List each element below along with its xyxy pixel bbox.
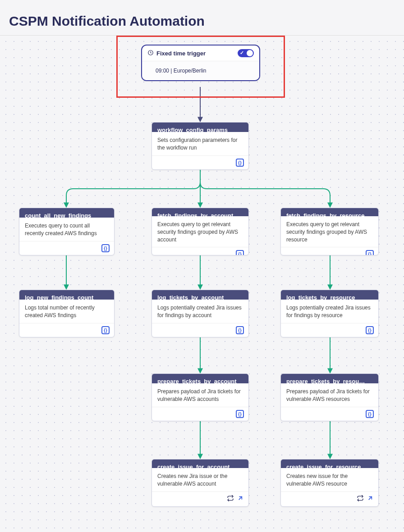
arrow-out-icon (237, 495, 244, 504)
clock-icon (147, 50, 154, 57)
node-desc: Logs potentially created Jira issues for… (281, 300, 378, 323)
node-desc: Sets configuration parameters for the wo… (152, 132, 248, 155)
code-icon: {} (236, 250, 244, 255)
trigger-card[interactable]: Fixed time trigger ✓ 09:00 | Europe/Berl… (141, 45, 260, 81)
node-create-issue-for-resource[interactable]: create_issue_for_resource Creates new is… (280, 459, 379, 507)
node-desc: Logs potentially created Jira issues for… (152, 300, 248, 323)
node-log-tickets-by-resource[interactable]: log_tickets_by_resource Logs potentially… (280, 290, 379, 337)
node-desc: Logs total number of recently created AW… (19, 300, 114, 323)
node-desc: Creates new Jira issue or the vulnerable… (152, 468, 248, 491)
node-title: create_issue_for_resource (281, 459, 378, 468)
node-title: create_issue_for_account (152, 459, 248, 468)
page-title: CSPM Notification Automation (0, 0, 404, 36)
code-icon: {} (366, 326, 374, 334)
node-title: log_tickets_by_resource (281, 290, 378, 300)
node-desc: Executes query to get relevant security … (152, 216, 248, 247)
node-workflow-config-params[interactable]: workflow_config_params Sets configuratio… (152, 122, 249, 170)
node-prepare-tickets-by-resource[interactable]: prepare_tickets_by_resou… Prepares paylo… (280, 373, 379, 421)
node-prepare-tickets-by-account[interactable]: prepare_tickets_by_account Prepares payl… (152, 373, 249, 421)
node-title: prepare_tickets_by_resou… (281, 374, 378, 383)
node-fetch-findings-by-account[interactable]: fetch_findings_by_account Executes query… (152, 208, 249, 255)
workflow-canvas[interactable]: Fixed time trigger ✓ 09:00 | Europe/Berl… (0, 36, 404, 531)
node-desc: Prepares payload of Jira tickets for vul… (152, 383, 248, 407)
code-icon: {} (101, 244, 110, 252)
arrow-out-icon (367, 495, 374, 504)
node-title: prepare_tickets_by_account (152, 374, 248, 383)
node-log-new-findings-count[interactable]: log_new_findings_count Logs total number… (19, 290, 115, 337)
node-title: fetch_findings_by_resource (281, 208, 378, 216)
trigger-schedule: 09:00 | Europe/Berlin (142, 61, 259, 80)
code-icon: {} (366, 410, 374, 418)
node-count-all-new-findings[interactable]: count_all_new_findings Executes query to… (19, 208, 115, 255)
trigger-toggle[interactable]: ✓ (238, 49, 254, 57)
node-title: log_tickets_by_account (152, 290, 248, 300)
trigger-label: Fixed time trigger (156, 50, 206, 57)
node-create-issue-for-account[interactable]: create_issue_for_account Creates new Jir… (152, 459, 249, 507)
trigger-header: Fixed time trigger ✓ (142, 45, 259, 61)
code-icon: {} (236, 410, 244, 418)
code-icon: {} (366, 250, 374, 255)
node-title: log_new_findings_count (19, 290, 114, 300)
node-desc: Creates new issue for the vulnerable AWS… (281, 468, 378, 491)
node-title: fetch_findings_by_account (152, 208, 248, 216)
node-fetch-findings-by-resource[interactable]: fetch_findings_by_resource Executes quer… (280, 208, 379, 255)
node-log-tickets-by-account[interactable]: log_tickets_by_account Logs potentially … (152, 290, 249, 337)
node-title: workflow_config_params (152, 123, 248, 132)
loop-icon (227, 495, 234, 504)
node-desc: Executes query to get relevant security … (281, 216, 378, 247)
node-desc: Executes query to count all recently cre… (19, 218, 114, 241)
connectors (0, 36, 404, 531)
loop-icon (357, 495, 364, 504)
node-desc: Prepares payload of Jira tickets for vul… (281, 383, 378, 407)
code-icon: {} (101, 326, 110, 334)
code-icon: {} (236, 326, 244, 334)
code-icon: {} (236, 159, 244, 167)
node-title: count_all_new_findings (19, 208, 114, 218)
